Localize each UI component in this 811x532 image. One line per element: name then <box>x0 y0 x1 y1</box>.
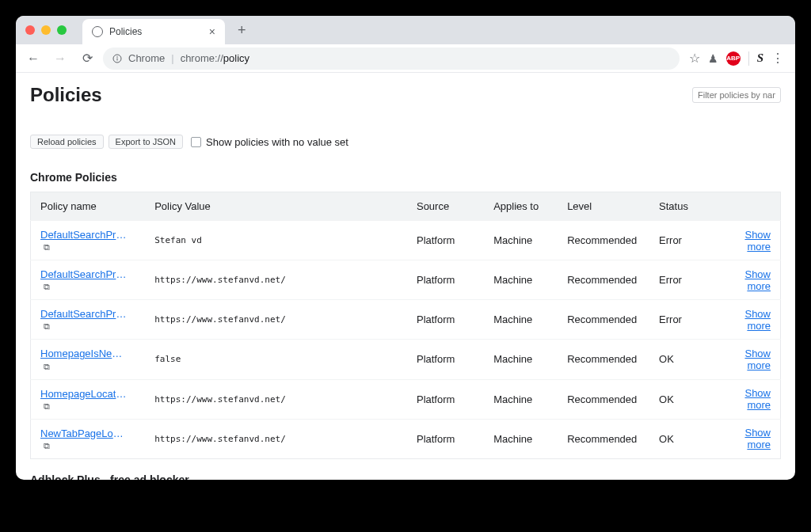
th-level: Level <box>558 192 649 221</box>
reload-policies-button[interactable]: Reload policies <box>30 135 104 149</box>
filter-policies-input[interactable] <box>692 87 781 103</box>
minimize-window-button[interactable] <box>41 25 51 35</box>
extension-s-icon[interactable]: S <box>757 51 763 65</box>
browser-menu-icon[interactable]: ⋮ <box>771 51 784 66</box>
show-more-link[interactable]: Show more <box>744 427 771 450</box>
policy-status: OK <box>649 379 715 419</box>
page-content: Policies Reload policies Export to JSON … <box>16 73 795 480</box>
policy-source: Platform <box>407 340 484 379</box>
close-window-button[interactable] <box>25 25 35 35</box>
th-name: Policy name <box>31 192 146 221</box>
browser-tab[interactable]: Policies × <box>82 19 225 44</box>
table-row: DefaultSearchProvider…⧉Stefan vdPlatform… <box>31 221 781 260</box>
chrome-policies-table: Policy name Policy Value Source Applies … <box>30 192 781 459</box>
external-link-icon: ⧉ <box>44 362 50 371</box>
reload-button[interactable]: ⟳ <box>76 48 98 70</box>
policy-status: Error <box>649 221 715 260</box>
titlebar: Policies × + <box>16 16 795 44</box>
policy-name-link[interactable]: NewTabPageLocation <box>40 428 128 439</box>
policy-name-link[interactable]: DefaultSearchProvider… <box>40 229 128 241</box>
svg-rect-2 <box>117 58 118 60</box>
tab-title: Policies <box>109 26 142 37</box>
url-path: chrome://policy <box>181 52 249 64</box>
external-link-icon: ⧉ <box>44 282 50 291</box>
policy-applies: Machine <box>484 300 558 340</box>
table-row: HomepageLocation⧉https://www.stefanvd.ne… <box>31 379 781 419</box>
action-row: Reload policies Export to JSON Show poli… <box>30 135 781 149</box>
browser-window: Policies × + ← → ⟳ Chrome | chrome://pol… <box>16 16 795 480</box>
toolbar-actions: ☆ ♟ ABP S ⋮ <box>684 51 789 66</box>
policy-source: Platform <box>407 419 484 458</box>
site-info-icon[interactable] <box>112 54 122 63</box>
policy-value: https://www.stefanvd.net/ <box>145 260 407 300</box>
policy-status: Error <box>649 260 715 300</box>
policy-value: false <box>145 340 407 379</box>
url-divider: | <box>171 52 173 64</box>
table-row: DefaultSearchProvider…⧉https://www.stefa… <box>31 260 781 300</box>
policy-applies: Machine <box>484 419 558 458</box>
policy-level: Recommended <box>558 260 649 300</box>
external-link-icon: ⧉ <box>44 321 50 331</box>
policy-level: Recommended <box>558 300 649 340</box>
show-unset-label: Show policies with no value set <box>206 136 348 148</box>
url-scheme: Chrome <box>128 52 165 64</box>
policy-name-link[interactable]: DefaultSearchProvider… <box>40 308 128 320</box>
table-header-row: Policy name Policy Value Source Applies … <box>31 192 781 221</box>
policy-status: Error <box>649 300 715 340</box>
policy-name-link[interactable]: HomepageLocation <box>40 388 128 400</box>
policy-level: Recommended <box>558 221 649 260</box>
policy-value: Stefan vd <box>145 221 407 260</box>
table-row: DefaultSearchProvider…⧉https://www.stefa… <box>31 300 781 340</box>
policy-status: OK <box>649 419 715 458</box>
section-title-chrome: Chrome Policies <box>30 171 781 184</box>
toolbar: ← → ⟳ Chrome | chrome://policy ☆ ♟ ABP S… <box>16 44 795 73</box>
policy-source: Platform <box>407 260 484 300</box>
close-tab-icon[interactable]: × <box>209 25 215 38</box>
external-link-icon: ⧉ <box>44 242 50 252</box>
external-link-icon: ⧉ <box>44 401 50 411</box>
new-tab-button[interactable]: + <box>238 22 246 39</box>
table-row: NewTabPageLocation⧉https://www.stefanvd.… <box>31 419 781 458</box>
show-more-link[interactable]: Show more <box>744 387 771 411</box>
forward-button[interactable]: → <box>49 48 71 70</box>
page-header: Policies <box>30 84 781 106</box>
section-title-abp: Adblock Plus - free ad blocker <box>30 473 781 480</box>
policy-source: Platform <box>407 221 484 260</box>
th-applies: Applies to <box>484 192 558 221</box>
address-bar[interactable]: Chrome | chrome://policy <box>103 48 680 70</box>
th-source: Source <box>407 192 484 221</box>
separator <box>748 51 749 66</box>
show-more-link[interactable]: Show more <box>744 229 771 253</box>
policy-applies: Machine <box>484 379 558 419</box>
policy-value: https://www.stefanvd.net/ <box>145 300 407 340</box>
extension-icon[interactable]: ♟ <box>708 52 718 65</box>
window-controls <box>25 25 67 35</box>
show-more-link[interactable]: Show more <box>744 348 771 371</box>
policy-level: Recommended <box>558 419 649 458</box>
bookmark-icon[interactable]: ☆ <box>689 51 700 66</box>
back-button[interactable]: ← <box>22 48 44 70</box>
policy-applies: Machine <box>484 221 558 260</box>
table-row: HomepageIsNewTabP…⧉falsePlatformMachineR… <box>31 340 781 379</box>
th-status: Status <box>649 192 715 221</box>
globe-icon <box>92 26 103 37</box>
external-link-icon: ⧉ <box>44 441 50 450</box>
policy-value: https://www.stefanvd.net/ <box>145 419 407 458</box>
policy-value: https://www.stefanvd.net/ <box>145 379 407 419</box>
maximize-window-button[interactable] <box>57 25 67 35</box>
show-more-link[interactable]: Show more <box>744 308 771 332</box>
policy-name-link[interactable]: DefaultSearchProvider… <box>40 268 128 280</box>
show-unset-checkbox[interactable] <box>191 137 201 147</box>
abp-extension-icon[interactable]: ABP <box>726 51 741 66</box>
policy-level: Recommended <box>558 379 649 419</box>
export-json-button[interactable]: Export to JSON <box>109 135 183 149</box>
policy-level: Recommended <box>558 340 649 379</box>
policy-name-link[interactable]: HomepageIsNewTabP… <box>40 348 128 359</box>
policy-source: Platform <box>407 300 484 340</box>
show-more-link[interactable]: Show more <box>744 268 771 292</box>
page-title: Policies <box>30 84 102 106</box>
policy-source: Platform <box>407 379 484 419</box>
svg-point-1 <box>116 56 118 58</box>
policy-applies: Machine <box>484 340 558 379</box>
policy-status: OK <box>649 340 715 379</box>
